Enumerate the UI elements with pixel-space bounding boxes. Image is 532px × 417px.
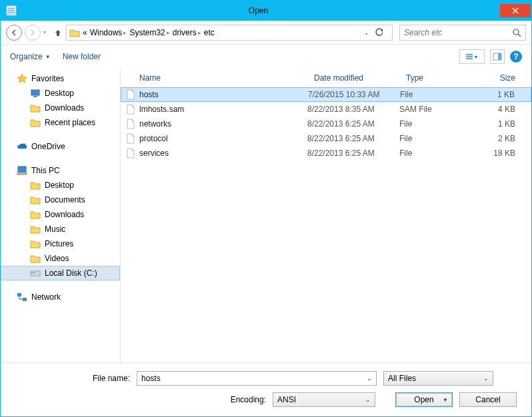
tree-onedrive[interactable]: OneDrive (1, 139, 120, 154)
file-icon (126, 89, 135, 100)
preview-pane-button[interactable] (490, 49, 505, 64)
open-button[interactable]: Open ▼ (395, 392, 453, 407)
close-icon (512, 7, 519, 14)
address-bar[interactable]: « Windows▸ System32▸ drivers▸ etc ⌄ (66, 25, 393, 41)
file-row[interactable]: lmhosts.sam8/22/2013 8:35 AMSAM File4 KB (121, 102, 531, 117)
file-name: networks (139, 119, 171, 129)
chevron-down-icon: ⌄ (483, 375, 489, 382)
tree-label: Downloads (45, 103, 84, 113)
file-row[interactable]: hosts7/26/2015 10:33 AMFile1 KB (121, 87, 531, 102)
column-size[interactable]: Size (459, 73, 531, 83)
tree-local-disk-c[interactable]: Local Disk (C:) (1, 266, 120, 280)
file-date: 8/22/2013 6:25 AM (307, 134, 399, 143)
tree-recent-places[interactable]: Recent places (1, 115, 120, 130)
breadcrumb-label: Windows (90, 28, 123, 37)
svg-rect-6 (17, 173, 27, 175)
file-date: 8/22/2013 6:25 AM (307, 119, 399, 129)
column-name[interactable]: Name (121, 73, 307, 83)
file-size: 2 KB (459, 134, 531, 143)
desktop-icon (30, 89, 41, 98)
column-type[interactable]: Type (399, 73, 459, 83)
breadcrumb-label: etc (204, 28, 215, 37)
folder-icon (30, 254, 41, 263)
tree-label: Music (45, 224, 65, 234)
breadcrumb-item[interactable]: Windows▸ (90, 28, 127, 37)
tree-downloads[interactable]: Downloads (1, 101, 120, 115)
tree-pc-documents[interactable]: Documents (1, 193, 120, 207)
tree-pc-desktop[interactable]: Desktop (1, 178, 120, 193)
refresh-icon (375, 28, 384, 37)
tree-desktop[interactable]: Desktop (1, 86, 120, 101)
breadcrumb-item[interactable]: drivers▸ (173, 28, 201, 37)
filename-combo[interactable]: hosts ⌄ (137, 371, 377, 386)
encoding-label: Encoding: (13, 395, 266, 404)
file-date: 8/22/2013 6:25 AM (307, 149, 399, 158)
svg-rect-7 (31, 271, 40, 276)
open-dialog-window: Open ▾ « Windows▸ System32▸ drivers▸ etc… (0, 0, 532, 417)
file-list-area: Name Date modified Type Size hosts7/26/2… (121, 69, 531, 362)
list-view-icon (466, 54, 473, 59)
history-dropdown[interactable]: ▾ (43, 29, 50, 35)
tree-label: Recent places (45, 118, 95, 127)
tree-label: Downloads (45, 210, 84, 219)
bottom-panel: File name: hosts ⌄ All Files ⌄ Encoding:… (1, 363, 531, 416)
cancel-button[interactable]: Cancel (459, 392, 517, 407)
breadcrumb-item[interactable]: etc (204, 28, 215, 37)
file-icon (126, 104, 135, 115)
arrow-up-icon (54, 29, 62, 37)
tree-label: Local Disk (C:) (45, 268, 97, 278)
forward-button[interactable] (25, 25, 41, 41)
file-size: 18 KB (459, 149, 531, 158)
close-button[interactable] (500, 4, 531, 17)
file-name: hosts (139, 90, 159, 99)
svg-rect-9 (17, 293, 21, 296)
breadcrumb-label: drivers (173, 28, 197, 37)
organize-menu[interactable]: Organize ▼ (10, 52, 51, 61)
arrow-right-icon (29, 29, 36, 36)
tree-pc-downloads[interactable]: Downloads (1, 207, 120, 222)
file-date: 8/22/2013 8:35 AM (307, 105, 399, 114)
address-dropdown[interactable]: ⌄ (360, 29, 372, 36)
search-input[interactable] (404, 28, 512, 37)
tree-this-pc[interactable]: This PC (1, 163, 120, 178)
tree-label: Network (31, 292, 61, 302)
file-type: SAM File (399, 105, 459, 114)
help-button[interactable]: ? (510, 51, 522, 63)
back-button[interactable] (6, 25, 22, 41)
file-date: 7/26/2015 10:33 AM (308, 90, 400, 99)
tree-pc-videos[interactable]: Videos (1, 251, 120, 266)
tree-favorites[interactable]: Favorites (1, 71, 120, 86)
search-box[interactable] (399, 25, 526, 41)
tree-pc-pictures[interactable]: Pictures (1, 236, 120, 251)
encoding-combo[interactable]: ANSI ⌄ (273, 392, 375, 407)
chevron-down-icon: ▼ (474, 55, 479, 59)
new-folder-button[interactable]: New folder (63, 52, 101, 61)
refresh-button[interactable] (375, 28, 389, 37)
navigation-bar: ▾ « Windows▸ System32▸ drivers▸ etc ⌄ (1, 21, 531, 45)
column-date[interactable]: Date modified (307, 73, 399, 83)
tree-label: Pictures (45, 239, 73, 248)
main-area: Favorites Desktop Downloads Recent place… (1, 69, 531, 363)
view-options-button[interactable]: ▼ (459, 49, 485, 64)
file-type: File (399, 134, 459, 143)
chevron-down-icon: ▼ (443, 397, 448, 403)
open-button-label: Open (414, 395, 433, 404)
svg-rect-8 (31, 272, 35, 273)
breadcrumb-prefix[interactable]: « (83, 28, 87, 37)
cancel-button-label: Cancel (475, 395, 500, 404)
file-filter-combo[interactable]: All Files ⌄ (383, 371, 493, 386)
tree-pc-music[interactable]: Music (1, 222, 120, 236)
star-icon (17, 74, 27, 83)
tree-label: Documents (45, 195, 85, 205)
tree-label: Favorites (31, 74, 64, 83)
preview-pane-icon (493, 52, 502, 61)
onedrive-icon (17, 142, 27, 151)
file-row[interactable]: services8/22/2013 6:25 AMFile18 KB (121, 146, 531, 161)
file-row[interactable]: protocol8/22/2013 6:25 AMFile2 KB (121, 131, 531, 146)
folder-icon (30, 224, 41, 234)
tree-network[interactable]: Network (1, 290, 120, 304)
file-row[interactable]: networks8/22/2013 6:25 AMFile1 KB (121, 117, 531, 131)
up-button[interactable] (53, 27, 63, 38)
filter-value: All Files (388, 374, 483, 383)
breadcrumb-item[interactable]: System32▸ (129, 28, 169, 37)
